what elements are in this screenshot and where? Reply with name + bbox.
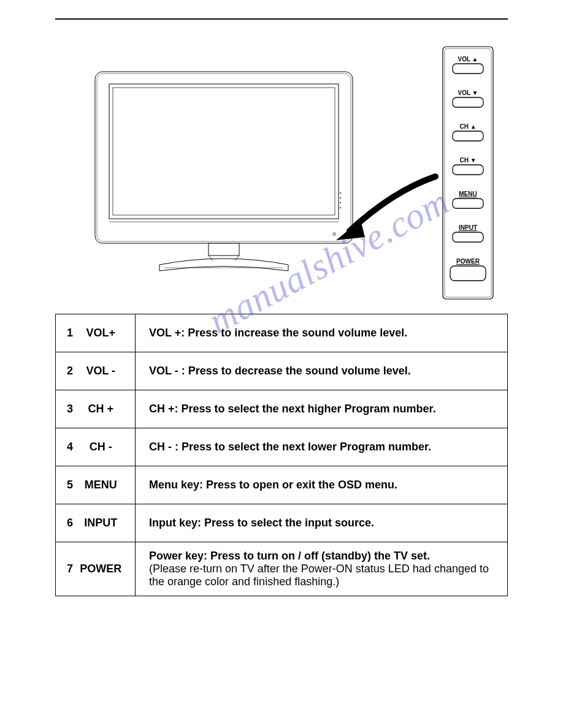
control-panel-illustration: VOL ▲ VOL ▼ CH ▲ CH ▼ MENU INPUT bbox=[440, 44, 496, 301]
row-number: 1 bbox=[56, 314, 74, 352]
svg-marker-14 bbox=[336, 220, 365, 240]
svg-rect-3 bbox=[113, 88, 335, 215]
svg-rect-30 bbox=[450, 266, 486, 281]
row-number: 3 bbox=[56, 390, 74, 428]
svg-rect-24 bbox=[453, 165, 483, 175]
svg-rect-10 bbox=[209, 243, 239, 256]
table-row: 1 VOL+ VOL +: Press to increase the soun… bbox=[56, 314, 508, 352]
row-number: 5 bbox=[56, 466, 74, 504]
svg-rect-26 bbox=[453, 199, 483, 208]
table-row: 5 MENU Menu key: Press to open or exit t… bbox=[56, 466, 508, 504]
row-number: 2 bbox=[56, 352, 74, 390]
svg-text:CH ▼: CH ▼ bbox=[459, 157, 476, 164]
tv-illustration bbox=[92, 69, 356, 295]
row-number: 4 bbox=[56, 428, 74, 466]
table-row: 7 POWER Power key: Press to turn on / of… bbox=[56, 542, 508, 596]
table-row: 2 VOL - VOL - : Press to decrease the so… bbox=[56, 352, 508, 390]
svg-rect-20 bbox=[453, 97, 483, 107]
row-label: CH - bbox=[74, 428, 136, 466]
svg-text:VOL ▲: VOL ▲ bbox=[458, 56, 478, 63]
row-description: CH - : Press to select the next lower Pr… bbox=[136, 428, 508, 466]
row-description: CH +: Press to select the next higher Pr… bbox=[136, 390, 508, 428]
table-row: 6 INPUT Input key: Press to select the i… bbox=[56, 504, 508, 542]
row-number: 7 bbox=[56, 542, 74, 596]
svg-rect-22 bbox=[453, 131, 483, 141]
svg-rect-28 bbox=[453, 232, 483, 242]
row-label: VOL+ bbox=[74, 314, 136, 352]
svg-rect-18 bbox=[453, 64, 483, 74]
row-label: VOL - bbox=[74, 352, 136, 390]
row-label: POWER bbox=[74, 542, 136, 596]
svg-text:INPUT: INPUT bbox=[459, 224, 477, 231]
svg-text:POWER: POWER bbox=[456, 258, 480, 265]
figure-area: VOL ▲ VOL ▼ CH ▲ CH ▼ MENU INPUT bbox=[92, 44, 508, 308]
svg-text:MENU: MENU bbox=[459, 191, 477, 197]
svg-text:CH ▲: CH ▲ bbox=[459, 123, 476, 130]
svg-text:VOL ▼: VOL ▼ bbox=[458, 89, 478, 96]
row-number: 6 bbox=[56, 504, 74, 542]
row-description: Menu key: Press to open or exit the OSD … bbox=[136, 466, 508, 504]
row-description: VOL - : Press to decrease the sound volu… bbox=[136, 352, 508, 390]
row-label: MENU bbox=[74, 466, 136, 504]
row-label: INPUT bbox=[74, 504, 136, 542]
row-description: VOL +: Press to increase the sound volum… bbox=[136, 314, 508, 352]
row-description: Input key: Press to select the input sou… bbox=[136, 504, 508, 542]
table-row: 4 CH - CH - : Press to select the next l… bbox=[56, 428, 508, 466]
row-label: CH + bbox=[74, 390, 136, 428]
arrow-icon bbox=[331, 173, 442, 252]
row-description: Power key: Press to turn on / off (stand… bbox=[136, 542, 508, 596]
controls-table: 1 VOL+ VOL +: Press to increase the soun… bbox=[55, 314, 508, 596]
table-row: 3 CH + CH +: Press to select the next hi… bbox=[56, 390, 508, 428]
header-rule bbox=[55, 18, 508, 20]
